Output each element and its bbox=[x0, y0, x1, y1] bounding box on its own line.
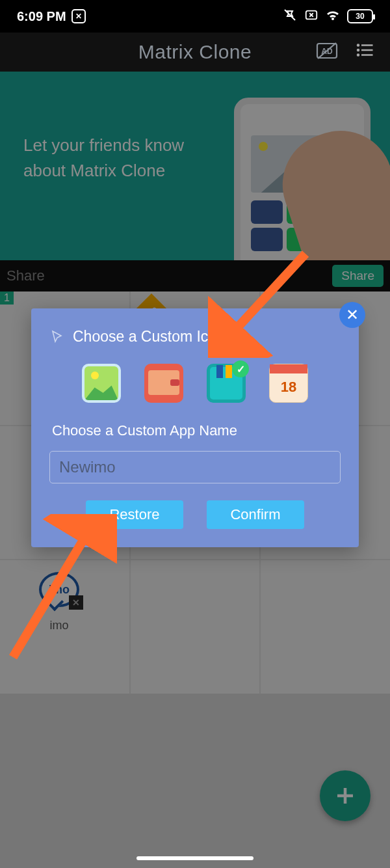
svg-point-6 bbox=[357, 48, 360, 51]
dialog-close-button[interactable]: ✕ bbox=[339, 302, 365, 328]
svg-rect-7 bbox=[361, 49, 373, 51]
svg-point-8 bbox=[357, 53, 360, 57]
icon-option-wallet[interactable] bbox=[144, 364, 183, 403]
restore-button[interactable]: Restore bbox=[86, 500, 183, 529]
cursor-icon bbox=[49, 329, 65, 345]
status-bar: 6:09 PM ✕ 30 bbox=[0, 0, 390, 33]
svg-rect-9 bbox=[361, 54, 373, 56]
notification-badge-icon: ✕ bbox=[72, 9, 86, 23]
icon-option-gallery[interactable] bbox=[82, 364, 121, 403]
menu-list-icon[interactable] bbox=[355, 40, 374, 64]
no-ads-icon[interactable]: AD bbox=[316, 41, 338, 63]
selected-check-icon: ✓ bbox=[232, 360, 249, 377]
icon-option-notebook[interactable]: ✓ bbox=[207, 364, 246, 403]
custom-icon-dialog: Choose a Custom Icon ✓ 18 Choose a Custo… bbox=[31, 308, 359, 547]
svg-line-3 bbox=[318, 43, 336, 59]
dialog-title: Choose a Custom Icon bbox=[73, 328, 225, 346]
battery-icon: 30 bbox=[347, 9, 373, 23]
dialog-subtitle: Choose a Custom App Name bbox=[52, 422, 341, 439]
app-title: Matrix Clone bbox=[138, 41, 252, 63]
svg-rect-5 bbox=[361, 44, 373, 46]
svg-point-4 bbox=[357, 44, 360, 47]
status-icons: 30 bbox=[282, 7, 373, 26]
icon-options-row: ✓ 18 bbox=[49, 364, 341, 403]
box-x-icon bbox=[304, 8, 318, 25]
vibrate-icon bbox=[282, 7, 298, 26]
status-time: 6:09 PM bbox=[17, 9, 66, 24]
wifi-icon bbox=[325, 7, 341, 26]
app-name-input[interactable] bbox=[49, 451, 341, 483]
confirm-button[interactable]: Confirm bbox=[207, 500, 304, 529]
icon-option-calendar[interactable]: 18 bbox=[269, 364, 308, 403]
home-indicator bbox=[136, 856, 254, 860]
app-bar: Matrix Clone AD bbox=[0, 33, 390, 72]
